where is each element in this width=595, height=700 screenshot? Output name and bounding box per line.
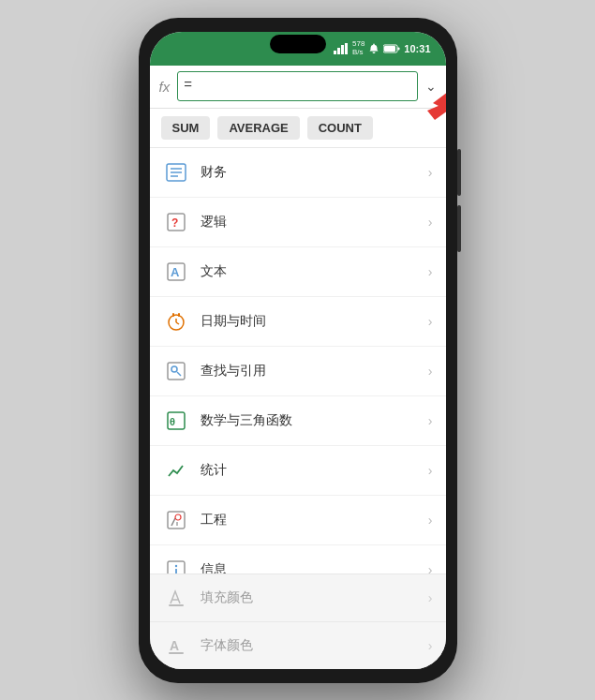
math-icon: θ	[163, 408, 189, 434]
formula-bar: fx = ⌄	[150, 66, 446, 109]
chevron-right-icon: ›	[428, 413, 433, 428]
svg-text:θ: θ	[170, 416, 175, 427]
info-icon	[163, 557, 189, 573]
category-item-info[interactable]: 信息 ›	[150, 545, 446, 573]
status-bar: 578B/s 10:31	[150, 32, 446, 66]
chevron-right-icon: ›	[428, 562, 433, 573]
red-arrow-indicator	[414, 92, 446, 126]
svg-point-32	[174, 564, 176, 566]
svg-text:A: A	[170, 638, 179, 653]
finance-label: 财务	[201, 164, 428, 181]
lookup-icon	[163, 358, 189, 384]
font-color-icon: A	[163, 633, 189, 659]
category-item-datetime[interactable]: 日期与时间 ›	[150, 297, 446, 347]
fill-color-icon	[163, 585, 189, 611]
chevron-right-icon: ›	[428, 638, 433, 653]
logic-label: 逻辑	[201, 214, 428, 231]
svg-rect-21	[178, 313, 180, 317]
svg-rect-0	[334, 51, 336, 54]
svg-rect-3	[345, 43, 348, 54]
svg-marker-8	[427, 105, 446, 120]
logic-icon: ?	[163, 209, 189, 235]
chevron-right-icon: ›	[428, 463, 433, 478]
category-item-engineering[interactable]: 工程 ›	[150, 496, 446, 545]
svg-rect-20	[172, 313, 174, 317]
engineering-label: 工程	[201, 512, 428, 529]
chevron-right-icon: ›	[428, 264, 433, 279]
lookup-label: 查找与引用	[201, 363, 428, 380]
chevron-right-icon: ›	[428, 215, 433, 230]
category-item-text[interactable]: A 文本 ›	[150, 247, 446, 297]
formula-input[interactable]: =	[177, 71, 417, 101]
svg-rect-45	[169, 652, 184, 654]
network-speed: 578B/s	[352, 40, 364, 57]
svg-rect-6	[398, 47, 400, 50]
status-bar-right: 578B/s 10:31	[334, 40, 431, 57]
category-item-lookup[interactable]: 查找与引用 ›	[150, 347, 446, 396]
fill-color-label: 填充颜色	[201, 589, 428, 606]
chevron-right-icon: ›	[428, 314, 433, 329]
datetime-icon	[163, 308, 189, 335]
info-label: 信息	[201, 561, 428, 573]
volume-button	[457, 149, 461, 196]
stats-icon	[163, 457, 189, 484]
phone-screen: 578B/s 10:31 fx	[150, 32, 446, 669]
text-icon: A	[163, 259, 189, 285]
category-item-stats[interactable]: 统计 ›	[150, 446, 446, 496]
finance-icon	[163, 159, 189, 186]
count-button[interactable]: COUNT	[307, 116, 373, 140]
datetime-label: 日期与时间	[201, 313, 428, 330]
text-label: 文本	[201, 263, 428, 280]
engineering-icon	[163, 507, 189, 533]
category-item-logic[interactable]: ? 逻辑 ›	[150, 198, 446, 247]
svg-text:A: A	[171, 265, 180, 279]
svg-rect-27	[168, 512, 185, 529]
stats-label: 统计	[201, 462, 428, 479]
chevron-right-icon: ›	[428, 513, 433, 528]
chevron-right-icon: ›	[428, 364, 433, 379]
category-item-math[interactable]: θ 数学与三角函数 ›	[150, 396, 446, 446]
svg-rect-43	[169, 604, 184, 606]
svg-rect-2	[341, 45, 344, 54]
svg-rect-1	[337, 48, 340, 54]
category-list: 财务 › ? 逻辑 › A	[150, 148, 446, 573]
signal-icon	[334, 43, 349, 54]
font-color-label: 字体颜色	[201, 637, 428, 654]
sum-button[interactable]: SUM	[161, 116, 211, 140]
font-color-item[interactable]: A 字体颜色 ›	[150, 621, 446, 669]
svg-line-24	[177, 372, 181, 376]
svg-rect-5	[384, 46, 395, 52]
bell-icon	[368, 43, 379, 54]
chevron-right-icon: ›	[428, 165, 433, 180]
volume-button-2	[457, 205, 461, 252]
svg-line-28	[171, 518, 175, 526]
average-button[interactable]: AVERAGE	[217, 116, 299, 140]
category-item-finance[interactable]: 财务 ›	[150, 148, 446, 198]
battery-icon	[383, 44, 400, 53]
svg-line-19	[176, 322, 179, 324]
fx-label: fx	[159, 79, 171, 95]
chevron-right-icon: ›	[428, 590, 433, 605]
quick-formula-bar: SUM AVERAGE COUNT	[150, 109, 446, 148]
time-display: 10:31	[404, 43, 430, 54]
svg-point-23	[171, 366, 177, 372]
fill-color-item[interactable]: 填充颜色 ›	[150, 573, 446, 621]
math-label: 数学与三角函数	[201, 412, 428, 429]
svg-text:?: ?	[171, 216, 178, 230]
phone-frame: 578B/s 10:31 fx	[139, 18, 457, 683]
bottom-items: 填充颜色 › A 字体颜色 ›	[150, 573, 446, 669]
svg-point-29	[175, 514, 181, 520]
camera-notch	[270, 35, 326, 53]
